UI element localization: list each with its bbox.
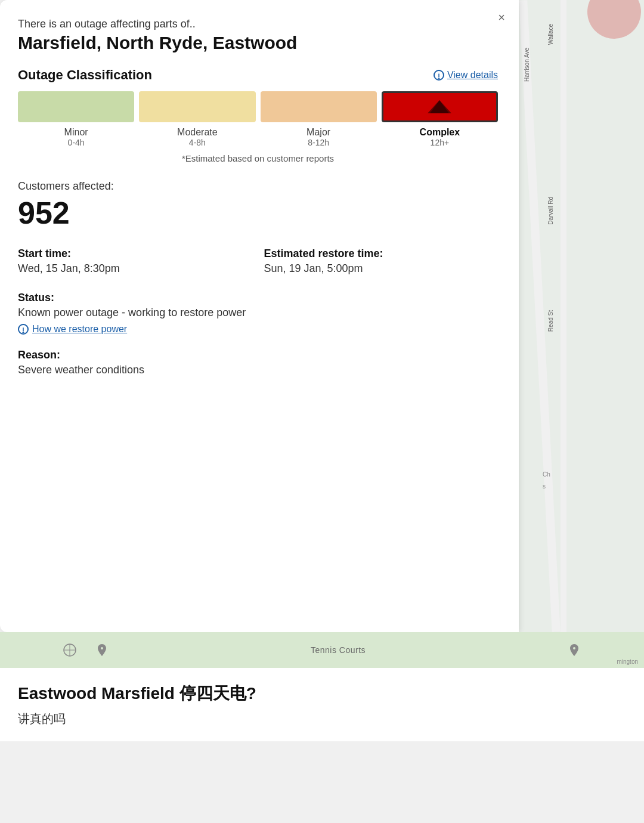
map-label-ch: Ch xyxy=(543,471,550,478)
bar-minor-sublabel: 0-4h xyxy=(68,138,85,147)
map-label-read: Read St xyxy=(547,310,554,332)
estimate-note: *Estimated based on customer reports xyxy=(18,153,498,163)
info-icon-status: i xyxy=(18,324,29,335)
map-icon-3 xyxy=(567,643,581,657)
bar-major-sublabel: 8-12h xyxy=(308,138,329,147)
bar-minor: Minor 0-4h xyxy=(18,91,134,147)
restore-time-block: Estimated restore time: Sun, 19 Jan, 5:0… xyxy=(264,247,499,275)
map-label-mington: mington xyxy=(617,658,638,665)
info-icon: i xyxy=(434,70,444,81)
bar-moderate: Moderate 4-8h xyxy=(139,91,255,147)
bar-complex-rect xyxy=(382,91,498,122)
reason-section: Reason: Severe weather conditions xyxy=(18,349,498,376)
customers-label: Customers affected: xyxy=(18,180,498,193)
bar-moderate-rect xyxy=(139,91,255,122)
start-time-block: Start time: Wed, 15 Jan, 8:30pm xyxy=(18,247,252,275)
bottom-subtitle: 讲真的吗 xyxy=(18,711,626,727)
status-section: Status: Known power outage - working to … xyxy=(18,292,498,335)
view-details-link[interactable]: i View details xyxy=(434,70,498,81)
bar-moderate-sublabel: 4-8h xyxy=(189,138,206,147)
times-grid: Start time: Wed, 15 Jan, 8:30pm Estimate… xyxy=(18,247,498,275)
close-button[interactable]: × xyxy=(493,9,510,26)
customers-count: 952 xyxy=(18,195,498,231)
map-icon-2 xyxy=(95,643,109,657)
reason-text: Severe weather conditions xyxy=(18,364,498,376)
outage-subtitle: There is an outage affecting parts of.. xyxy=(18,18,498,30)
bottom-title: Eastwood Marsfield 停四天电? xyxy=(18,682,626,705)
classification-title: Outage Classification xyxy=(18,67,152,83)
bar-major: Major 8-12h xyxy=(261,91,377,147)
classification-section: Outage Classification i View details Min… xyxy=(18,67,498,163)
start-time-value: Wed, 15 Jan, 8:30pm xyxy=(18,262,252,275)
svg-marker-0 xyxy=(430,100,449,113)
map-label-wallace: Wallace xyxy=(547,24,554,45)
map-label-harrison: Harrison Ave xyxy=(524,48,530,82)
restore-time-value: Sun, 19 Jan, 5:00pm xyxy=(264,262,499,275)
status-text: Known power outage - working to restore … xyxy=(18,307,498,319)
reason-heading: Reason: xyxy=(18,349,498,361)
map-icon-1 xyxy=(63,643,77,657)
map-strip-text: Tennis Courts xyxy=(311,645,366,655)
restore-time-heading: Estimated restore time: xyxy=(264,247,499,260)
bar-major-label: Major xyxy=(306,127,330,138)
map-label-s: s xyxy=(543,483,546,490)
map-strip: Tennis Courts mington xyxy=(0,632,644,668)
bottom-section: Eastwood Marsfield 停四天电? 讲真的吗 xyxy=(0,668,644,741)
map-label-darvall: Darvall Rd xyxy=(547,197,554,225)
status-heading: Status: xyxy=(18,292,498,304)
bar-complex: Complex 12h+ xyxy=(382,91,498,147)
classification-bars: Minor 0-4h Moderate 4-8h Major 8-12h xyxy=(18,91,498,147)
bar-moderate-label: Moderate xyxy=(177,127,218,138)
bar-complex-label: Complex xyxy=(420,127,460,138)
restore-link[interactable]: i How we restore power xyxy=(18,324,498,335)
bar-major-rect xyxy=(261,91,377,122)
bar-complex-sublabel: 12h+ xyxy=(431,138,450,147)
customers-section: Customers affected: 952 xyxy=(18,180,498,231)
map-marker-circle xyxy=(587,0,641,39)
start-time-heading: Start time: xyxy=(18,247,252,260)
bar-minor-rect xyxy=(18,91,134,122)
outage-panel: × There is an outage affecting parts of.… xyxy=(0,0,519,632)
outage-title: Marsfield, North Ryde, Eastwood xyxy=(18,33,498,53)
bar-minor-label: Minor xyxy=(64,127,88,138)
